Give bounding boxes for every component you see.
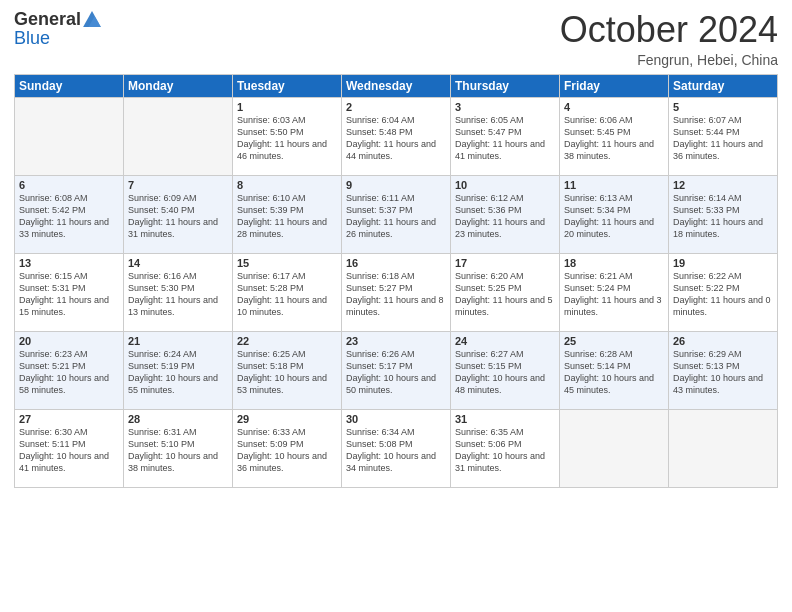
day-info: Sunrise: 6:35 AM Sunset: 5:06 PM Dayligh… bbox=[455, 426, 555, 475]
day-number: 8 bbox=[237, 179, 337, 191]
day-number: 30 bbox=[346, 413, 446, 425]
calendar-cell bbox=[124, 97, 233, 175]
calendar-cell: 28Sunrise: 6:31 AM Sunset: 5:10 PM Dayli… bbox=[124, 409, 233, 487]
day-number: 15 bbox=[237, 257, 337, 269]
day-number: 6 bbox=[19, 179, 119, 191]
calendar-cell: 25Sunrise: 6:28 AM Sunset: 5:14 PM Dayli… bbox=[560, 331, 669, 409]
calendar-cell: 21Sunrise: 6:24 AM Sunset: 5:19 PM Dayli… bbox=[124, 331, 233, 409]
calendar-week-row: 13Sunrise: 6:15 AM Sunset: 5:31 PM Dayli… bbox=[15, 253, 778, 331]
calendar-cell: 15Sunrise: 6:17 AM Sunset: 5:28 PM Dayli… bbox=[233, 253, 342, 331]
day-number: 11 bbox=[564, 179, 664, 191]
logo: General Blue bbox=[14, 10, 101, 49]
calendar-cell: 22Sunrise: 6:25 AM Sunset: 5:18 PM Dayli… bbox=[233, 331, 342, 409]
day-number: 29 bbox=[237, 413, 337, 425]
calendar-cell: 19Sunrise: 6:22 AM Sunset: 5:22 PM Dayli… bbox=[669, 253, 778, 331]
day-number: 17 bbox=[455, 257, 555, 269]
header: General Blue October 2024 Fengrun, Hebei… bbox=[14, 10, 778, 68]
calendar-cell: 6Sunrise: 6:08 AM Sunset: 5:42 PM Daylig… bbox=[15, 175, 124, 253]
calendar-cell: 18Sunrise: 6:21 AM Sunset: 5:24 PM Dayli… bbox=[560, 253, 669, 331]
day-number: 26 bbox=[673, 335, 773, 347]
calendar-header-wednesday: Wednesday bbox=[342, 74, 451, 97]
day-info: Sunrise: 6:14 AM Sunset: 5:33 PM Dayligh… bbox=[673, 192, 773, 241]
day-number: 18 bbox=[564, 257, 664, 269]
calendar-cell: 23Sunrise: 6:26 AM Sunset: 5:17 PM Dayli… bbox=[342, 331, 451, 409]
calendar-cell: 16Sunrise: 6:18 AM Sunset: 5:27 PM Dayli… bbox=[342, 253, 451, 331]
day-info: Sunrise: 6:13 AM Sunset: 5:34 PM Dayligh… bbox=[564, 192, 664, 241]
day-number: 16 bbox=[346, 257, 446, 269]
day-info: Sunrise: 6:16 AM Sunset: 5:30 PM Dayligh… bbox=[128, 270, 228, 319]
logo-blue-text: Blue bbox=[14, 28, 50, 49]
day-number: 25 bbox=[564, 335, 664, 347]
calendar: SundayMondayTuesdayWednesdayThursdayFrid… bbox=[14, 74, 778, 488]
calendar-header-saturday: Saturday bbox=[669, 74, 778, 97]
day-info: Sunrise: 6:11 AM Sunset: 5:37 PM Dayligh… bbox=[346, 192, 446, 241]
calendar-header-sunday: Sunday bbox=[15, 74, 124, 97]
calendar-header-row: SundayMondayTuesdayWednesdayThursdayFrid… bbox=[15, 74, 778, 97]
day-info: Sunrise: 6:06 AM Sunset: 5:45 PM Dayligh… bbox=[564, 114, 664, 163]
calendar-cell: 9Sunrise: 6:11 AM Sunset: 5:37 PM Daylig… bbox=[342, 175, 451, 253]
day-info: Sunrise: 6:18 AM Sunset: 5:27 PM Dayligh… bbox=[346, 270, 446, 319]
calendar-cell: 30Sunrise: 6:34 AM Sunset: 5:08 PM Dayli… bbox=[342, 409, 451, 487]
day-number: 21 bbox=[128, 335, 228, 347]
calendar-cell: 2Sunrise: 6:04 AM Sunset: 5:48 PM Daylig… bbox=[342, 97, 451, 175]
day-info: Sunrise: 6:03 AM Sunset: 5:50 PM Dayligh… bbox=[237, 114, 337, 163]
day-info: Sunrise: 6:22 AM Sunset: 5:22 PM Dayligh… bbox=[673, 270, 773, 319]
logo-general-text: General bbox=[14, 10, 81, 28]
calendar-cell: 12Sunrise: 6:14 AM Sunset: 5:33 PM Dayli… bbox=[669, 175, 778, 253]
calendar-cell: 17Sunrise: 6:20 AM Sunset: 5:25 PM Dayli… bbox=[451, 253, 560, 331]
day-info: Sunrise: 6:28 AM Sunset: 5:14 PM Dayligh… bbox=[564, 348, 664, 397]
day-info: Sunrise: 6:10 AM Sunset: 5:39 PM Dayligh… bbox=[237, 192, 337, 241]
day-info: Sunrise: 6:33 AM Sunset: 5:09 PM Dayligh… bbox=[237, 426, 337, 475]
calendar-cell: 8Sunrise: 6:10 AM Sunset: 5:39 PM Daylig… bbox=[233, 175, 342, 253]
day-info: Sunrise: 6:17 AM Sunset: 5:28 PM Dayligh… bbox=[237, 270, 337, 319]
day-info: Sunrise: 6:30 AM Sunset: 5:11 PM Dayligh… bbox=[19, 426, 119, 475]
day-info: Sunrise: 6:05 AM Sunset: 5:47 PM Dayligh… bbox=[455, 114, 555, 163]
day-number: 24 bbox=[455, 335, 555, 347]
day-info: Sunrise: 6:25 AM Sunset: 5:18 PM Dayligh… bbox=[237, 348, 337, 397]
day-info: Sunrise: 6:07 AM Sunset: 5:44 PM Dayligh… bbox=[673, 114, 773, 163]
day-number: 1 bbox=[237, 101, 337, 113]
day-number: 19 bbox=[673, 257, 773, 269]
day-info: Sunrise: 6:23 AM Sunset: 5:21 PM Dayligh… bbox=[19, 348, 119, 397]
calendar-cell: 4Sunrise: 6:06 AM Sunset: 5:45 PM Daylig… bbox=[560, 97, 669, 175]
day-info: Sunrise: 6:04 AM Sunset: 5:48 PM Dayligh… bbox=[346, 114, 446, 163]
day-number: 4 bbox=[564, 101, 664, 113]
day-number: 14 bbox=[128, 257, 228, 269]
calendar-cell: 11Sunrise: 6:13 AM Sunset: 5:34 PM Dayli… bbox=[560, 175, 669, 253]
day-info: Sunrise: 6:15 AM Sunset: 5:31 PM Dayligh… bbox=[19, 270, 119, 319]
day-info: Sunrise: 6:27 AM Sunset: 5:15 PM Dayligh… bbox=[455, 348, 555, 397]
calendar-cell: 29Sunrise: 6:33 AM Sunset: 5:09 PM Dayli… bbox=[233, 409, 342, 487]
calendar-header-monday: Monday bbox=[124, 74, 233, 97]
day-info: Sunrise: 6:31 AM Sunset: 5:10 PM Dayligh… bbox=[128, 426, 228, 475]
calendar-cell: 7Sunrise: 6:09 AM Sunset: 5:40 PM Daylig… bbox=[124, 175, 233, 253]
day-number: 12 bbox=[673, 179, 773, 191]
day-number: 20 bbox=[19, 335, 119, 347]
calendar-cell: 13Sunrise: 6:15 AM Sunset: 5:31 PM Dayli… bbox=[15, 253, 124, 331]
day-number: 5 bbox=[673, 101, 773, 113]
calendar-header-thursday: Thursday bbox=[451, 74, 560, 97]
day-number: 28 bbox=[128, 413, 228, 425]
day-number: 13 bbox=[19, 257, 119, 269]
calendar-header-friday: Friday bbox=[560, 74, 669, 97]
day-number: 2 bbox=[346, 101, 446, 113]
calendar-cell: 3Sunrise: 6:05 AM Sunset: 5:47 PM Daylig… bbox=[451, 97, 560, 175]
calendar-cell: 31Sunrise: 6:35 AM Sunset: 5:06 PM Dayli… bbox=[451, 409, 560, 487]
calendar-cell: 27Sunrise: 6:30 AM Sunset: 5:11 PM Dayli… bbox=[15, 409, 124, 487]
day-number: 22 bbox=[237, 335, 337, 347]
title-block: October 2024 Fengrun, Hebei, China bbox=[560, 10, 778, 68]
day-info: Sunrise: 6:21 AM Sunset: 5:24 PM Dayligh… bbox=[564, 270, 664, 319]
calendar-cell: 14Sunrise: 6:16 AM Sunset: 5:30 PM Dayli… bbox=[124, 253, 233, 331]
calendar-cell: 1Sunrise: 6:03 AM Sunset: 5:50 PM Daylig… bbox=[233, 97, 342, 175]
month-title: October 2024 bbox=[560, 10, 778, 50]
day-number: 27 bbox=[19, 413, 119, 425]
day-info: Sunrise: 6:24 AM Sunset: 5:19 PM Dayligh… bbox=[128, 348, 228, 397]
calendar-week-row: 27Sunrise: 6:30 AM Sunset: 5:11 PM Dayli… bbox=[15, 409, 778, 487]
calendar-cell: 26Sunrise: 6:29 AM Sunset: 5:13 PM Dayli… bbox=[669, 331, 778, 409]
day-number: 31 bbox=[455, 413, 555, 425]
day-info: Sunrise: 6:29 AM Sunset: 5:13 PM Dayligh… bbox=[673, 348, 773, 397]
day-info: Sunrise: 6:09 AM Sunset: 5:40 PM Dayligh… bbox=[128, 192, 228, 241]
logo-icon bbox=[83, 11, 101, 27]
page: General Blue October 2024 Fengrun, Hebei… bbox=[0, 0, 792, 612]
day-info: Sunrise: 6:08 AM Sunset: 5:42 PM Dayligh… bbox=[19, 192, 119, 241]
calendar-cell: 24Sunrise: 6:27 AM Sunset: 5:15 PM Dayli… bbox=[451, 331, 560, 409]
